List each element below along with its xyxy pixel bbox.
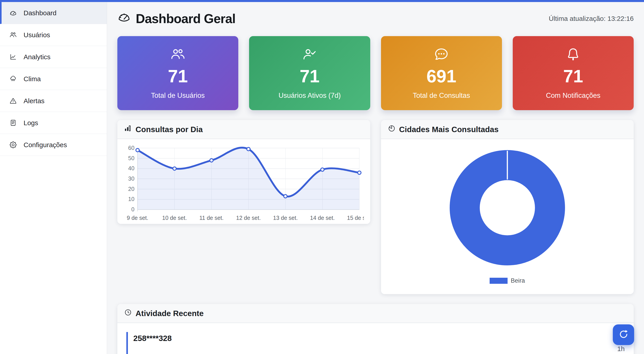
clock-icon <box>124 308 132 318</box>
atividade-card-header: Atividade Recente <box>117 304 634 323</box>
atividade-card-title: Atividade Recente <box>136 309 204 318</box>
sidebar-item-clima[interactable]: Clima <box>0 68 107 90</box>
svg-text:9 de set.: 9 de set. <box>127 215 148 221</box>
sidebar-item-analytics[interactable]: Analytics <box>0 46 107 68</box>
legend-swatch <box>490 278 508 284</box>
analytics-icon <box>10 53 17 60</box>
stat-value: 71 <box>168 67 188 85</box>
svg-text:13 de set.: 13 de set. <box>273 215 298 221</box>
sidebar: Dashboard Usuários Analytics Clima Alert… <box>0 0 107 354</box>
stat-value: 71 <box>300 67 320 85</box>
page-header: Dashboard Geral Última atualização: 13:2… <box>117 10 634 27</box>
stat-cards-row: 71Total de Usuários 71Usuários Ativos (7… <box>117 36 634 110</box>
chat-icon <box>434 47 449 62</box>
line-chart: 01020304050609 de set.10 de set.11 de se… <box>117 139 370 224</box>
svg-text:14 de set.: 14 de set. <box>310 215 335 221</box>
stat-label: Total de Usuários <box>151 92 205 100</box>
sidebar-item-dashboard[interactable]: Dashboard <box>0 2 107 24</box>
stat-card-usuarios-ativos-7d-: 71Usuários Ativos (7d) <box>249 36 370 110</box>
atividade-recente-card: Atividade Recente 258****3281h <box>117 304 634 354</box>
donut-chart-svg <box>447 147 568 268</box>
stat-label: Usuários Ativos (7d) <box>278 92 340 100</box>
sidebar-item-label: Logs <box>24 119 38 127</box>
stat-value: 71 <box>563 67 583 85</box>
users-icon <box>170 47 186 62</box>
consultas-por-dia-card: Consultas por Dia 01020304050609 de set.… <box>117 120 370 224</box>
consultas-card-header: Consultas por Dia <box>117 120 370 139</box>
bar-chart-icon <box>124 124 132 134</box>
donut-chart <box>447 147 568 269</box>
stat-card-total-de-consultas: 691Total de Consultas <box>381 36 502 110</box>
stat-label: Total de Consultas <box>413 92 470 100</box>
main-content: Dashboard Geral Última atualização: 13:2… <box>107 0 644 354</box>
app-window: Dashboard Usuários Analytics Clima Alert… <box>0 0 644 354</box>
activity-list: 258****3281h <box>117 323 634 354</box>
sidebar-item-label: Alertas <box>24 97 44 105</box>
cidades-card-header: Cidades Mais Consultadas <box>381 120 634 139</box>
cloud-rain-icon <box>10 75 17 82</box>
warning-icon <box>10 97 17 104</box>
stat-value: 691 <box>426 67 456 85</box>
svg-text:12 de set.: 12 de set. <box>236 215 261 221</box>
sidebar-item-logs[interactable]: Logs <box>0 112 107 134</box>
journal-icon <box>10 119 17 126</box>
svg-text:11 de set.: 11 de set. <box>200 215 224 221</box>
svg-text:60: 60 <box>128 145 134 151</box>
sidebar-item-label: Dashboard <box>24 9 56 17</box>
speedometer-icon <box>117 10 131 27</box>
legend-label: Beira <box>511 277 525 284</box>
svg-text:0: 0 <box>131 206 134 212</box>
users-icon <box>10 31 17 38</box>
page-title-text: Dashboard Geral <box>136 11 236 26</box>
charts-row: Consultas por Dia 01020304050609 de set.… <box>117 120 634 294</box>
speedometer-icon <box>10 9 17 16</box>
sidebar-item-usuarios[interactable]: Usuários <box>0 24 107 46</box>
stat-label: Com Notificações <box>546 92 600 100</box>
sidebar-item-configuracoes[interactable]: Configurações <box>0 134 107 156</box>
line-chart-svg: 01020304050609 de set.10 de set.11 de se… <box>124 142 364 224</box>
svg-text:40: 40 <box>128 165 134 172</box>
stat-card-com-notificacoes: 71Com Notificações <box>513 36 634 110</box>
activity-phone: 258****328 <box>133 334 625 343</box>
last-update-text: Última atualização: 13:22:16 <box>549 15 634 22</box>
sidebar-item-alertas[interactable]: Alertas <box>0 90 107 112</box>
consultas-card-title: Consultas por Dia <box>136 125 202 134</box>
sidebar-item-label: Clima <box>24 75 41 83</box>
gear-icon <box>10 141 17 148</box>
cidades-card: Cidades Mais Consultadas Beira <box>381 120 634 294</box>
refresh-button[interactable] <box>613 324 634 345</box>
page-title: Dashboard Geral <box>117 10 236 27</box>
svg-text:10 de set.: 10 de set. <box>162 215 187 221</box>
pie-chart-icon <box>388 124 396 134</box>
svg-text:20: 20 <box>128 186 134 192</box>
cidades-card-title: Cidades Mais Consultadas <box>399 125 498 134</box>
svg-text:10: 10 <box>128 196 134 202</box>
sidebar-item-label: Configurações <box>24 141 67 149</box>
sidebar-item-label: Analytics <box>24 53 50 61</box>
top-accent-bar <box>0 0 644 2</box>
donut-chart-area: Beira <box>381 139 634 294</box>
refresh-icon <box>618 329 629 340</box>
donut-legend: Beira <box>490 277 525 284</box>
sidebar-item-label: Usuários <box>24 31 50 39</box>
activity-time: 1h <box>617 345 625 353</box>
user-check-icon <box>302 47 317 62</box>
stat-card-total-de-usuarios: 71Total de Usuários <box>117 36 238 110</box>
activity-item: 258****3281h <box>126 332 625 354</box>
svg-text:30: 30 <box>128 176 134 182</box>
bell-icon <box>566 47 581 62</box>
svg-text:50: 50 <box>128 155 134 161</box>
svg-text:15 de set.: 15 de set. <box>347 215 364 221</box>
